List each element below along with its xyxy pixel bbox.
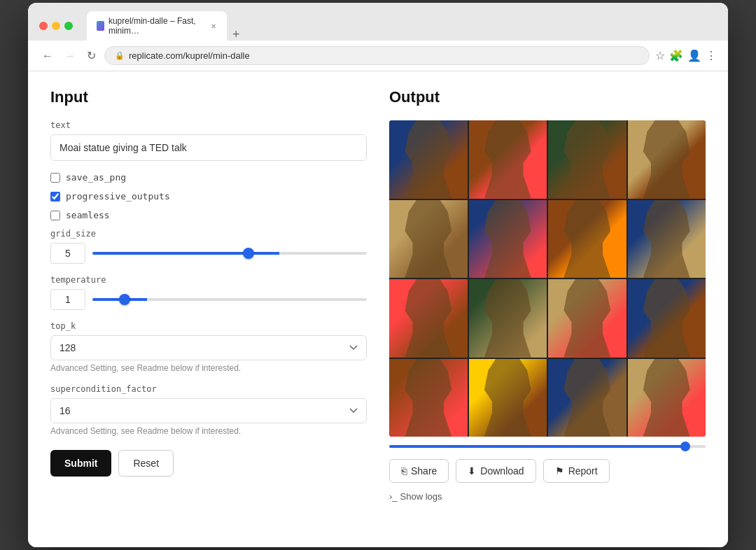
grid-cell-4 <box>628 120 706 199</box>
progressive-outputs-label: progressive_outputs <box>66 191 170 202</box>
seamless-label: seamless <box>66 210 110 220</box>
grid-size-value[interactable] <box>50 243 85 264</box>
grid-cell-10 <box>469 279 547 358</box>
page-content: Input text save_as_png progressive_outpu… <box>28 71 728 547</box>
profile-icon[interactable]: 👤 <box>687 49 701 62</box>
text-input[interactable] <box>50 134 367 161</box>
output-section: Output <box>389 88 706 530</box>
input-title: Input <box>50 88 367 106</box>
progressive-outputs-row: progressive_outputs <box>50 191 367 202</box>
output-title: Output <box>389 88 706 106</box>
grid-cell-5 <box>389 200 468 278</box>
extensions-icon[interactable]: 🧩 <box>669 49 683 62</box>
share-label: Share <box>411 465 437 477</box>
save-as-png-row: save_as_png <box>50 172 367 183</box>
maximize-button[interactable] <box>64 22 73 30</box>
share-icon: ⎗ <box>401 465 407 477</box>
submit-button[interactable]: Submit <box>50 450 111 477</box>
report-button[interactable]: ⚑ Report <box>543 459 610 483</box>
grid-cell-9 <box>389 279 468 358</box>
temperature-value[interactable] <box>50 289 85 310</box>
top-k-select[interactable]: 64 128 256 512 1024 2048 <box>50 335 367 360</box>
share-button[interactable]: ⎗ Share <box>389 459 449 483</box>
close-button[interactable] <box>39 22 48 30</box>
grid-cell-6 <box>469 200 547 278</box>
traffic-lights <box>39 22 73 30</box>
grid-size-section: grid_size <box>50 229 367 264</box>
url-text: replicate.com/kuprel/min-dalle <box>129 50 250 61</box>
report-label: Report <box>568 465 598 477</box>
grid-cell-8 <box>628 200 706 278</box>
reset-button[interactable]: Reset <box>118 450 174 477</box>
text-label: text <box>50 120 367 130</box>
grid-cell-2 <box>469 120 547 199</box>
temperature-section: temperature <box>50 275 367 310</box>
grid-size-slider[interactable] <box>92 252 367 255</box>
bookmark-icon[interactable]: ☆ <box>655 49 665 62</box>
grid-cell-14 <box>469 359 547 437</box>
save-as-png-label: save_as_png <box>66 172 126 183</box>
seamless-row: seamless <box>50 210 367 220</box>
supercondition-factor-advanced-note: Advanced Setting, see Readme below if in… <box>50 426 367 436</box>
grid-cell-12 <box>628 279 706 358</box>
output-image-grid <box>389 120 706 437</box>
new-tab-button[interactable]: + <box>227 28 246 41</box>
grid-cell-13 <box>389 359 468 437</box>
grid-cell-7 <box>548 200 626 278</box>
grid-cell-1 <box>389 120 468 199</box>
active-tab[interactable]: kuprel/min-dalle – Fast, minim… ✕ <box>87 11 227 41</box>
grid-size-row <box>50 243 367 264</box>
address-bar[interactable]: 🔒 replicate.com/kuprel/min-dalle <box>104 46 650 65</box>
address-bar-row: ← → ↻ 🔒 replicate.com/kuprel/min-dalle ☆… <box>28 41 728 71</box>
input-panel: Input text save_as_png progressive_outpu… <box>50 88 367 530</box>
supercondition-factor-label: supercondition_factor <box>50 384 367 394</box>
top-k-label: top_k <box>50 321 367 331</box>
output-progress-slider[interactable] <box>389 445 706 448</box>
temperature-row <box>50 289 367 310</box>
seamless-checkbox[interactable] <box>50 211 60 220</box>
report-icon: ⚑ <box>555 465 564 477</box>
top-k-advanced-note: Advanced Setting, see Readme below if in… <box>50 363 367 373</box>
title-bar: kuprel/min-dalle – Fast, minim… ✕ + <box>28 3 728 41</box>
show-logs-label: Show logs <box>400 491 442 502</box>
grid-cell-11 <box>548 279 626 358</box>
supercondition-factor-select[interactable]: 4 8 16 32 <box>50 398 367 423</box>
grid-size-label: grid_size <box>50 229 367 239</box>
tab-title: kuprel/min-dalle – Fast, minim… <box>108 16 202 36</box>
reload-button[interactable]: ↻ <box>84 48 99 64</box>
toolbar-icons: ☆ 🧩 👤 ⋮ <box>655 49 717 62</box>
temperature-slider[interactable] <box>92 298 367 301</box>
grid-cell-15 <box>548 359 626 437</box>
tab-bar: kuprel/min-dalle – Fast, minim… ✕ + <box>87 11 717 41</box>
show-logs-button[interactable]: ›_ Show logs <box>389 491 706 502</box>
minimize-button[interactable] <box>52 22 60 30</box>
browser-window: kuprel/min-dalle – Fast, minim… ✕ + ← → … <box>28 3 728 547</box>
button-row: Submit Reset <box>50 450 367 477</box>
download-icon: ⬇ <box>468 465 476 477</box>
save-as-png-checkbox[interactable] <box>50 173 60 183</box>
output-actions: ⎗ Share ⬇ Download ⚑ Report <box>389 459 706 483</box>
lock-icon: 🔒 <box>115 51 125 60</box>
temperature-label: temperature <box>50 275 367 285</box>
back-button[interactable]: ← <box>39 48 56 64</box>
tab-favicon <box>97 21 104 31</box>
forward-button[interactable]: → <box>62 48 78 64</box>
tab-close-icon[interactable]: ✕ <box>209 21 217 31</box>
grid-cell-3 <box>548 120 626 199</box>
grid-cell-16 <box>628 359 706 437</box>
download-label: Download <box>480 465 524 477</box>
download-button[interactable]: ⬇ Download <box>456 459 536 483</box>
show-logs-arrow: ›_ <box>389 491 398 502</box>
menu-icon[interactable]: ⋮ <box>706 49 717 62</box>
progressive-outputs-checkbox[interactable] <box>50 192 60 202</box>
